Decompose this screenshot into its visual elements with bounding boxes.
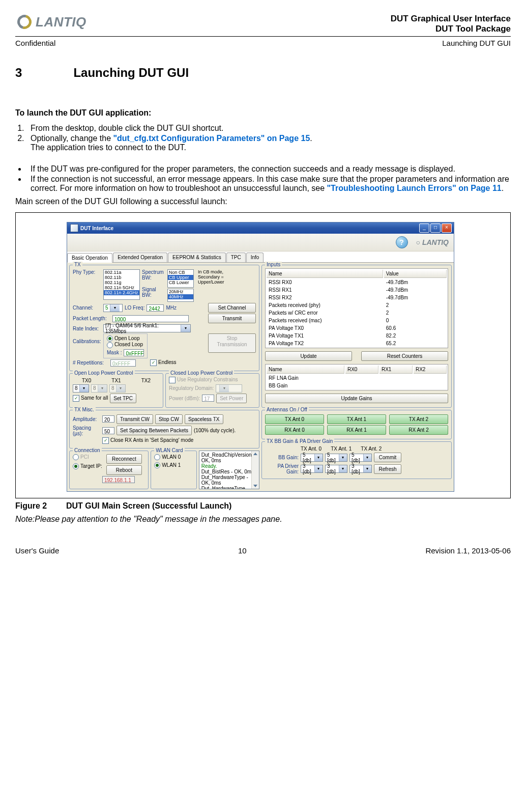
close-button[interactable]: ×	[442, 223, 452, 233]
set-tpc-button[interactable]: Set TPC	[110, 394, 136, 403]
wlan-legend: WLAN Card	[154, 447, 184, 453]
reset-counters-button[interactable]: Reset Counters	[361, 351, 448, 361]
transmit-button[interactable]: Transmit	[208, 314, 256, 323]
tx-ant-0-button[interactable]: TX Ant 0	[265, 414, 324, 424]
reg-domain-combo[interactable]: ▾	[216, 384, 242, 393]
amplitude-input[interactable]: 20	[102, 415, 114, 423]
reconnect-button[interactable]: Reconnect	[106, 454, 142, 464]
connection-group: Connection PCI Target IP: Reconnect Rebo…	[69, 451, 149, 489]
use-regulatory-checkbox[interactable]: Use Regulatory Constrains	[169, 377, 256, 383]
confidential-label: Confidential	[15, 39, 55, 47]
pa-gain-1-combo[interactable]: 3 [db]▾	[325, 465, 347, 473]
inputs-value-header: Value	[384, 270, 447, 278]
pa-gain-2-combo[interactable]: 3 [db]▾	[349, 465, 372, 473]
bb-gain-2-combo[interactable]: 5 [db]▾	[349, 454, 372, 462]
minimize-button[interactable]: _	[419, 223, 429, 233]
footer-page: 10	[238, 546, 247, 555]
rx-ant-0-button[interactable]: RX Ant 0	[265, 425, 324, 435]
tx2-label: TX2	[141, 378, 151, 383]
spectrum-bw-list[interactable]: Non CB CB Upper CB Lower	[167, 269, 194, 288]
help-icon[interactable]: ?	[396, 236, 408, 248]
tab-info[interactable]: Info	[246, 253, 264, 262]
rate-index-combo[interactable]: [7] - QAM64 5/6 Rank1: 135Mbps▾	[103, 324, 191, 332]
table-row: Packets received (phy)2	[267, 302, 447, 309]
signal-bw-list[interactable]: 20MHz 40MHz	[167, 289, 194, 302]
bb-gain-group: TX BB Gain & PA Driver Gain TX Ant. 0 TX…	[261, 441, 452, 479]
amplitude-label: Amplitude:	[73, 416, 100, 422]
footer-left: User's Guide	[15, 546, 59, 555]
set-channel-button[interactable]: Set Channel	[208, 303, 256, 313]
maximize-button[interactable]: □	[430, 223, 441, 233]
header-titles: DUT Graphical User Interface DUT Tool Pa…	[391, 14, 511, 34]
top-strip: ? ○ LANTIQ	[67, 234, 454, 251]
pci-radio[interactable]: PCI	[73, 454, 102, 460]
tx2-combo[interactable]: 8▾	[109, 384, 126, 393]
open-loop-radio[interactable]: Open Loop	[107, 335, 144, 342]
section-heading: 3 Launching DUT GUI	[15, 66, 511, 80]
bb-gain-legend: TX BB Gain & PA Driver Gain	[265, 438, 334, 444]
rx-ant-1-button[interactable]: RX Ant 1	[327, 425, 386, 435]
spacing-input[interactable]: 50	[102, 427, 114, 434]
power-dbm-input[interactable]: 17	[202, 395, 214, 402]
endless-checkbox[interactable]: Endless	[150, 359, 177, 366]
tx-ant-2-button[interactable]: TX Ant 2	[389, 414, 448, 424]
channel-combo[interactable]: 5▾	[103, 304, 123, 312]
phy-type-list[interactable]: 802.11a 802.11b 802.11g 802.11n 5GHz 802…	[103, 269, 140, 300]
lo-freq-label: LO Freq:	[125, 305, 144, 311]
closed-loop-power-group: Closed Loop Power Control Use Regulatory…	[165, 373, 259, 408]
mask-input[interactable]: 0xFFFF	[124, 349, 144, 356]
transmit-cw-button[interactable]: Transmit CW	[116, 414, 153, 424]
header-title-2: DUT Tool Package	[391, 24, 511, 34]
table-row: PA Voltage TX060.6	[267, 325, 447, 331]
stop-transmission-button[interactable]: Stop Transmission	[208, 333, 256, 353]
tab-extended-operation[interactable]: Extended Operation	[113, 253, 167, 262]
scrollbar[interactable]	[251, 451, 259, 489]
bullet-1: If the DUT was pre-configured for the pr…	[26, 164, 511, 174]
set-spacing-button[interactable]: Set Spacing Between Packets	[116, 426, 192, 435]
close-rx-checkbox[interactable]: Close RX Ants in 'Set Spacing' mode	[102, 437, 193, 444]
stop-cw-button[interactable]: Stop CW	[155, 414, 183, 424]
closed-loop-radio[interactable]: Closed Loop	[107, 342, 144, 348]
update-button[interactable]: Update	[265, 351, 352, 361]
tab-tpc[interactable]: TPC	[226, 253, 246, 262]
connection-legend: Connection	[73, 447, 102, 453]
step-2-text-c: The application tries to connect to the …	[31, 143, 186, 152]
wlan0-radio[interactable]: WLAN 0	[154, 454, 193, 460]
target-ip-radio[interactable]: Target IP:	[73, 463, 102, 469]
repetitions-label: # Repetitions:	[73, 360, 108, 366]
bullet-2-link[interactable]: "Troubleshooting Launch Errors" on Page …	[327, 184, 502, 192]
bb-gain-0-combo[interactable]: 5 [db]▾	[301, 454, 323, 462]
tab-eeprom-statistics[interactable]: EEPROM & Statistics	[168, 253, 226, 262]
target-ip-input[interactable]: 192.168.1.1	[102, 476, 135, 483]
update-gains-button[interactable]: Update Gains	[265, 394, 448, 403]
rx-ant-2-button[interactable]: RX Ant 2	[389, 425, 448, 435]
antennas-group: Antennas On / Off TX Ant 0 TX Ant 1 TX A…	[261, 410, 452, 439]
repetitions-input[interactable]: 0xFFFF	[110, 359, 136, 367]
reboot-button[interactable]: Reboot	[106, 465, 142, 475]
txant0-header: TX Ant. 0	[301, 446, 322, 452]
table-row: RSSI RX0-49.7dBm	[267, 279, 447, 286]
bb-gain-1-combo[interactable]: 5 [db]▾	[325, 454, 347, 462]
signal-bw-label: Signal BW:	[142, 287, 165, 298]
set-power-button[interactable]: Set Power	[216, 394, 247, 403]
commit-button[interactable]: Commit	[374, 453, 401, 462]
tx1-combo[interactable]: 8▾	[91, 384, 107, 393]
tx-ant-1-button[interactable]: TX Ant 1	[327, 414, 386, 424]
step-2-link[interactable]: "dut_cfg.txt Configuration Parameters" o…	[113, 134, 310, 143]
header-title-1: DUT Graphical User Interface	[391, 14, 511, 24]
same-for-all-checkbox[interactable]: Same for all	[73, 395, 108, 402]
section-number: 3	[15, 66, 71, 80]
txant2-header: TX Ant. 2	[361, 446, 382, 452]
inputs-name-header: Name	[267, 270, 383, 278]
packet-length-input[interactable]: 1000	[112, 315, 189, 322]
pa-gain-0-combo[interactable]: 3 [db]▾	[301, 465, 323, 473]
spaceless-tx-button[interactable]: Spaceless TX	[185, 414, 223, 424]
messages-pane[interactable]: Dut_ReadChipVersion - OK, 0ms Ready. Dut…	[199, 451, 259, 489]
bullets-list: If the DUT was pre-configured for the pr…	[15, 164, 511, 193]
lo-freq-input[interactable]: 2442	[147, 304, 164, 312]
inputs-group: Inputs NameValue RSSI RX0-49.7dBm RSSI R…	[261, 265, 452, 408]
wlan1-radio[interactable]: WLAN 1	[154, 462, 193, 468]
tx1-label: TX1	[111, 378, 121, 383]
refresh-button[interactable]: Refresh	[374, 464, 401, 474]
tx0-combo[interactable]: 8▾	[73, 384, 89, 393]
